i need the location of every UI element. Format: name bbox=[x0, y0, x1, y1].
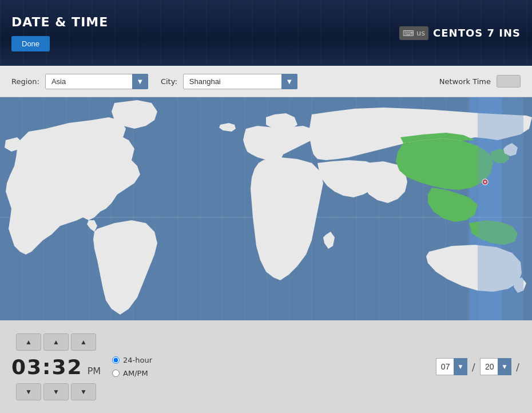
network-time-toggle[interactable] bbox=[497, 75, 521, 88]
hours-up-button[interactable]: ▲ bbox=[16, 333, 41, 351]
day-select[interactable]: 20 01020304 05060708 0910 bbox=[480, 358, 511, 375]
time-format-options: 24-hour AM/PM bbox=[112, 356, 152, 378]
system-label: CENTOS 7 INS bbox=[433, 27, 521, 39]
month-combo: 07 01020304 05060809 101112 bbox=[436, 358, 467, 375]
header: DATE & TIME Done ⌨ us CENTOS 7 INS bbox=[0, 0, 532, 66]
time-controls: ▲ ▲ ▲ 03:32 PM ▼ ▼ ▼ 24-hour AM/PM bbox=[0, 320, 532, 413]
hours-down-button[interactable]: ▼ bbox=[16, 383, 41, 400]
world-map bbox=[0, 97, 532, 320]
date-sep-1: / bbox=[471, 361, 477, 373]
region-label: Region: bbox=[11, 77, 39, 86]
month-select[interactable]: 07 01020304 05060809 101112 bbox=[436, 358, 467, 375]
format-24h-option[interactable]: 24-hour bbox=[112, 356, 152, 364]
header-left: DATE & TIME Done bbox=[11, 15, 108, 51]
minutes-down-button[interactable]: ▼ bbox=[43, 383, 69, 400]
time-display: 03:32 PM bbox=[11, 355, 101, 379]
network-time-label: Network Time bbox=[439, 77, 491, 86]
language-label: us bbox=[416, 29, 425, 37]
city-select[interactable]: Shanghai Beijing Chongqing Hong Kong Kas… bbox=[183, 74, 297, 89]
keyboard-icon-box: ⌨ us bbox=[399, 26, 428, 40]
format-24h-label: 24-hour bbox=[123, 356, 152, 364]
minutes-up-button[interactable]: ▲ bbox=[43, 333, 69, 351]
time-down-row: ▼ ▼ ▼ bbox=[16, 383, 96, 400]
date-sep-2: / bbox=[515, 361, 521, 373]
day-combo: 20 01020304 05060708 0910 bbox=[480, 358, 511, 375]
city-label: City: bbox=[161, 77, 177, 86]
format-ampm-label: AM/PM bbox=[123, 369, 148, 378]
date-controls-right: 07 01020304 05060809 101112 / 20 0102030… bbox=[436, 358, 521, 375]
region-dropdown-container: Asia Africa America Antarctica Arctic At… bbox=[45, 74, 148, 89]
region-select[interactable]: Asia Africa America Antarctica Arctic At… bbox=[45, 74, 148, 89]
seconds-up-button[interactable]: ▲ bbox=[71, 333, 96, 351]
hours-display: 03 bbox=[11, 355, 42, 379]
format-ampm-radio[interactable] bbox=[112, 370, 120, 377]
map-container[interactable] bbox=[0, 97, 532, 320]
seconds-down-button[interactable]: ▼ bbox=[71, 383, 96, 400]
city-dropdown-container: Shanghai Beijing Chongqing Hong Kong Kas… bbox=[183, 74, 297, 89]
time-value: 03:32 bbox=[11, 355, 83, 379]
minutes-display: 32 bbox=[52, 355, 83, 379]
time-up-row: ▲ ▲ ▲ bbox=[16, 333, 96, 351]
header-right: ⌨ us CENTOS 7 INS bbox=[399, 26, 521, 40]
svg-point-27 bbox=[484, 181, 486, 183]
controls-bar: Region: Asia Africa America Antarctica A… bbox=[0, 66, 532, 97]
done-button[interactable]: Done bbox=[11, 36, 50, 51]
time-left-controls: ▲ ▲ ▲ 03:32 PM ▼ ▼ ▼ bbox=[11, 333, 101, 400]
format-ampm-option[interactable]: AM/PM bbox=[112, 369, 152, 378]
format-24h-radio[interactable] bbox=[112, 356, 120, 364]
keyboard-icon: ⌨ bbox=[403, 29, 414, 38]
page-title: DATE & TIME bbox=[11, 15, 108, 29]
ampm-display: PM bbox=[88, 366, 101, 376]
